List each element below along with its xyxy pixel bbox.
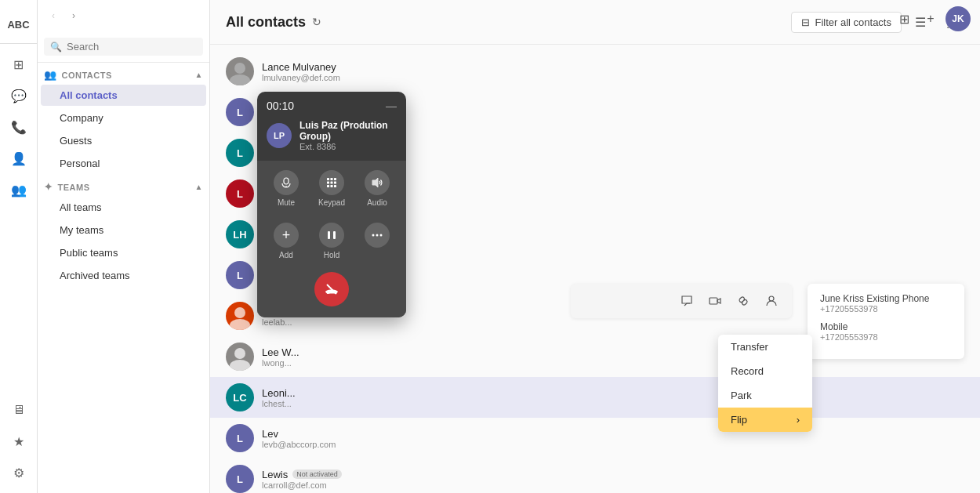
avatar: LC — [226, 383, 254, 411]
refresh-icon[interactable]: ↻ — [312, 16, 321, 28]
hold-button[interactable]: Hold — [312, 223, 351, 259]
svg-point-5 — [230, 360, 250, 371]
contact-email: lcarroll@def.com — [262, 480, 342, 490]
contact-info: Lee W... lwong... — [262, 346, 299, 368]
phone-number: +17205553978 — [820, 304, 952, 314]
svg-rect-12 — [327, 178, 329, 180]
search-box[interactable]: 🔍 — [44, 38, 203, 56]
keypad-label: Keypad — [318, 198, 345, 207]
table-row[interactable]: L Lewis Not activated lcarroll@def.com — [210, 459, 980, 493]
contact-actions-bar — [571, 284, 792, 318]
svg-point-3 — [230, 319, 250, 330]
teams-section-header: ✦ TEAMS ▲ — [38, 175, 209, 196]
sidebar-item-all-contacts[interactable]: All contacts — [41, 85, 206, 106]
avatar — [226, 343, 254, 371]
minimize-call-button[interactable]: — — [386, 100, 397, 112]
apps-grid-button[interactable]: ⊞ — [892, 7, 916, 31]
call-controls: Mute Keypad Audi — [257, 161, 406, 216]
mute-icon — [274, 170, 299, 195]
table-row[interactable]: Lance Mulvaney lmulvaney@def.com — [210, 51, 980, 92]
sidebar-item-my-teams[interactable]: My teams — [41, 219, 206, 241]
contacts-collapse-icon[interactable]: ▲ — [195, 71, 203, 79]
sidebar-item-public-teams[interactable]: Public teams — [41, 242, 206, 263]
user-avatar-button[interactable]: JK — [946, 6, 971, 31]
teams-icon: ✦ — [44, 181, 53, 193]
sidebar-item-personal[interactable]: Personal — [41, 153, 206, 174]
nav-icon-settings[interactable]: ⚙ — [5, 459, 33, 487]
avatar — [226, 57, 254, 85]
svg-point-9 — [769, 296, 774, 301]
contact-info: Lewis Not activated lcarroll@def.com — [262, 469, 342, 490]
person-action-icon[interactable] — [760, 290, 782, 312]
contact-email: leelab... — [262, 317, 296, 327]
teams-collapse-icon[interactable]: ▲ — [195, 183, 203, 191]
phone-detail-row: Mobile +17205553978 — [820, 321, 952, 342]
call-timer: 00:10 — [267, 100, 379, 112]
search-area: 🔍 — [38, 31, 209, 63]
more-button[interactable] — [358, 223, 397, 259]
contact-name: Leoni... — [262, 387, 296, 399]
sidebar-item-all-teams[interactable]: All teams — [41, 197, 206, 218]
contact-name: Lance Mulvaney — [262, 61, 340, 73]
video-action-icon[interactable] — [704, 290, 726, 312]
call-popup-header: 00:10 — — [257, 92, 406, 117]
dropdown-transfer[interactable]: Transfer — [718, 335, 812, 359]
table-row[interactable]: LC Leoni... lchest... — [210, 377, 980, 418]
caller-details: Luis Paz (Prodution Group) Ext. 8386 — [299, 120, 397, 151]
caller-name: Luis Paz (Prodution Group) — [299, 120, 397, 142]
dropdown-flip[interactable]: Flip › — [718, 408, 812, 432]
nav-forward-arrow[interactable]: › — [64, 6, 83, 25]
nav-icon-teams[interactable]: 👥 — [5, 176, 33, 204]
nav-icon-devices[interactable]: 🖥 — [5, 396, 33, 424]
link-action-icon[interactable] — [732, 290, 754, 312]
avatar: L — [226, 98, 254, 126]
chat-action-icon[interactable] — [676, 290, 698, 312]
svg-point-0 — [234, 63, 245, 74]
nav-icon-chat[interactable]: 💬 — [5, 82, 33, 110]
svg-point-26 — [380, 234, 383, 237]
svg-rect-22 — [328, 231, 330, 239]
table-row[interactable]: L Lev levb@abccorp.com — [210, 418, 980, 459]
sidebar-item-archived-teams[interactable]: Archived teams — [41, 265, 206, 286]
mute-button[interactable]: Mute — [267, 170, 306, 207]
sidebar-item-guests[interactable]: Guests — [41, 130, 206, 151]
contact-email: lchest... — [262, 399, 296, 408]
svg-point-1 — [230, 74, 250, 85]
contact-info: Lev levb@abccorp.com — [262, 428, 336, 449]
add-button[interactable]: + Add — [267, 223, 306, 259]
svg-rect-10 — [284, 178, 289, 184]
page-title: All contacts — [226, 14, 306, 31]
svg-point-2 — [234, 307, 245, 318]
sidebar: ‹ › 🔍 👥 CONTACTS ▲ All contacts Company … — [38, 0, 210, 493]
hold-icon — [319, 223, 344, 248]
audio-button[interactable]: Audio — [358, 170, 397, 207]
sidebar-item-company[interactable]: Company — [41, 107, 206, 129]
nav-icon-calls[interactable]: 📞 — [5, 113, 33, 141]
nav-icon-apps[interactable]: ★ — [5, 427, 33, 455]
avatar: L — [226, 424, 254, 452]
add-button-top[interactable]: + — [919, 7, 942, 31]
nav-back-arrow[interactable]: ‹ — [44, 6, 63, 25]
end-call-button[interactable] — [314, 272, 349, 306]
contact-email: lmulvaney@def.com — [262, 73, 340, 82]
svg-rect-17 — [334, 182, 336, 184]
search-input[interactable] — [67, 41, 197, 53]
nav-icon-grid[interactable]: ⊞ — [5, 50, 33, 78]
dropdown-record[interactable]: Record — [718, 359, 812, 383]
audio-label: Audio — [367, 198, 387, 207]
end-call-area — [257, 269, 406, 317]
avatar: LH — [226, 220, 254, 248]
contact-list[interactable]: Lance Mulvaney lmulvaney@def.com L Lara … — [210, 45, 980, 493]
dropdown-park[interactable]: Park — [718, 383, 812, 408]
contact-info: Lance Mulvaney lmulvaney@def.com — [262, 61, 340, 82]
chevron-right-icon: › — [797, 414, 800, 426]
avatar: L — [226, 261, 254, 289]
nav-icon-contacts[interactable]: 👤 — [5, 144, 33, 172]
svg-rect-15 — [327, 182, 329, 184]
filter-icon: ⊟ — [801, 16, 810, 28]
phone-label: June Kriss Existing Phone — [820, 293, 952, 304]
status-badge: Not activated — [292, 469, 342, 479]
keypad-button[interactable]: Keypad — [312, 170, 351, 207]
svg-point-25 — [376, 234, 379, 237]
contacts-section-header: 👥 CONTACTS ▲ — [38, 63, 209, 84]
